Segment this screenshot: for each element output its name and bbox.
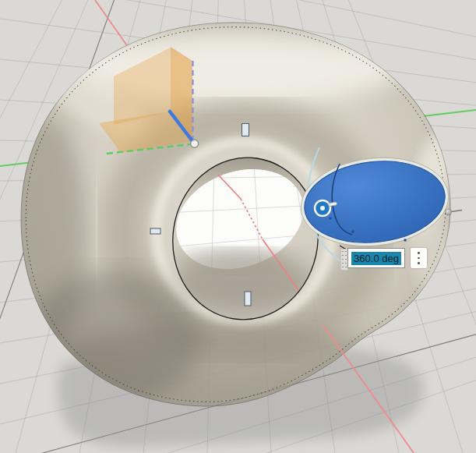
angle-value-input[interactable]: 360.0 deg xyxy=(347,248,405,268)
viewport-3d-scene[interactable] xyxy=(0,0,476,453)
quadrant-handle-left[interactable] xyxy=(150,228,160,234)
angle-value-selected-text[interactable]: 360.0 deg xyxy=(351,252,401,265)
more-options-button[interactable] xyxy=(411,248,427,268)
origin-point[interactable] xyxy=(191,140,199,147)
vertical-ellipsis-icon xyxy=(418,262,420,264)
profile-vertex-dot xyxy=(329,217,332,220)
quadrant-handle-top[interactable] xyxy=(242,124,249,136)
profile-vertex-dot xyxy=(404,239,407,242)
vertical-ellipsis-icon xyxy=(418,252,420,254)
cad-viewport[interactable]: 360.0 deg xyxy=(0,0,476,453)
axis-endpoint-handle[interactable] xyxy=(446,209,463,215)
manipulator-center-dot xyxy=(320,206,325,211)
profile-vertex-dot xyxy=(351,230,354,233)
vertical-ellipsis-icon xyxy=(418,257,420,260)
quadrant-handle-bottom[interactable] xyxy=(245,292,251,306)
